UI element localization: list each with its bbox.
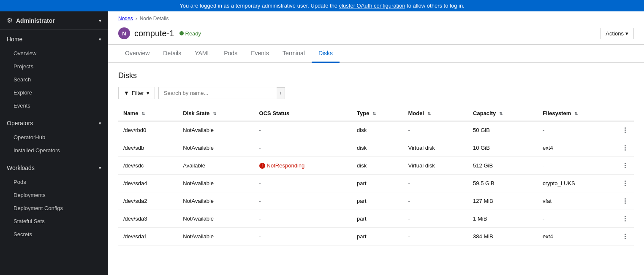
- row-actions-button[interactable]: [622, 162, 628, 169]
- ocs-status-text: -: [259, 145, 261, 151]
- operators-caret-icon: ▾: [99, 121, 101, 126]
- sidebar-section-workloads-header[interactable]: Workloads ▾: [0, 160, 108, 175]
- table-row: /dev/sda2 NotAvailable - part - 127 MiB …: [118, 192, 634, 210]
- sidebar-item-overview[interactable]: Overview: [0, 47, 108, 60]
- breadcrumb: Nodes › Node Details: [108, 11, 644, 24]
- cell-name: /dev/sda3: [118, 210, 178, 228]
- banner-link[interactable]: cluster OAuth configuration: [339, 3, 405, 9]
- ocs-status-text: -: [259, 216, 261, 222]
- cell-row-actions: [617, 228, 634, 245]
- col-filesystem[interactable]: Filesystem ⇅: [538, 106, 617, 121]
- sort-type-icon: ⇅: [372, 111, 376, 116]
- cell-model: -: [403, 228, 468, 245]
- cell-type: part: [352, 228, 403, 245]
- actions-button[interactable]: Actions ▾: [600, 28, 634, 39]
- tab-overview[interactable]: Overview: [118, 45, 156, 63]
- actions-caret-icon: ▾: [625, 30, 628, 37]
- toolbar: ▼ Filter ▾ /: [118, 87, 634, 99]
- cell-ocs-status: -: [254, 228, 352, 245]
- cell-capacity: 127 MiB: [468, 192, 538, 210]
- col-ocs-status[interactable]: OCS Status: [254, 106, 352, 121]
- row-actions-button[interactable]: [622, 215, 628, 222]
- cell-type: disk: [352, 157, 403, 175]
- sidebar-item-events[interactable]: Events: [0, 99, 108, 112]
- col-disk-state[interactable]: Disk State ⇅: [178, 106, 254, 121]
- cell-disk-state: Available: [178, 157, 254, 175]
- sidebar-item-operatorhub[interactable]: OperatorHub: [0, 131, 108, 144]
- sidebar-section-operators-header[interactable]: Operators ▾: [0, 116, 108, 131]
- cell-filesystem: ext4: [538, 228, 617, 245]
- sidebar-item-explore[interactable]: Explore: [0, 86, 108, 99]
- ocs-status-text: -: [259, 127, 261, 133]
- breadcrumb-parent[interactable]: Nodes: [118, 16, 133, 22]
- sidebar-item-deployments[interactable]: Deployments: [0, 189, 108, 202]
- tab-terminal[interactable]: Terminal: [276, 45, 312, 63]
- cell-model: Virtual disk: [403, 157, 468, 175]
- kebab-icon: [625, 216, 626, 221]
- ocs-status-text: NotResponding: [267, 162, 305, 169]
- cell-disk-state: NotAvailable: [178, 192, 254, 210]
- row-actions-button[interactable]: [622, 127, 628, 134]
- cell-name: /dev/sdc: [118, 157, 178, 175]
- kebab-icon: [625, 181, 626, 186]
- col-name[interactable]: Name ⇅: [118, 106, 178, 121]
- col-model[interactable]: Model ⇅: [403, 106, 468, 121]
- ocs-status-text: -: [259, 233, 261, 240]
- cell-filesystem: ext4: [538, 139, 617, 157]
- cell-ocs-status: -: [254, 121, 352, 139]
- cell-capacity: 50 GiB: [468, 121, 538, 139]
- sidebar-section-home-header[interactable]: Home ▾: [0, 32, 108, 47]
- sidebar-item-stateful-sets[interactable]: Stateful Sets: [0, 215, 108, 228]
- sidebar-item-pods[interactable]: Pods: [0, 175, 108, 189]
- filter-button[interactable]: ▼ Filter ▾: [118, 87, 155, 99]
- cell-model: -: [403, 121, 468, 139]
- row-actions-button[interactable]: [622, 180, 628, 187]
- row-actions-button[interactable]: [622, 144, 628, 151]
- cell-model: Virtual disk: [403, 139, 468, 157]
- breadcrumb-current: Node Details: [140, 16, 169, 22]
- table-row: /dev/rbd0 NotAvailable - disk - 50 GiB -: [118, 121, 634, 139]
- kebab-icon: [625, 145, 626, 151]
- ocs-status-text: -: [259, 180, 261, 186]
- tab-pods[interactable]: Pods: [217, 45, 244, 63]
- filter-icon: ▼: [124, 90, 129, 96]
- col-type[interactable]: Type ⇅: [352, 106, 403, 121]
- table-row: /dev/sda4 NotAvailable - part - 59.5 GiB…: [118, 175, 634, 192]
- table-row: /dev/sdb NotAvailable - disk Virtual dis…: [118, 139, 634, 157]
- sidebar: ⚙ Administrator ▾ Home ▾ Overview Projec…: [0, 11, 108, 275]
- row-actions-button[interactable]: [622, 197, 628, 205]
- node-icon: N: [118, 27, 130, 39]
- tab-yaml[interactable]: YAML: [188, 45, 217, 63]
- cell-disk-state: NotAvailable: [178, 175, 254, 192]
- sidebar-item-deployment-configs[interactable]: Deployment Configs: [0, 202, 108, 215]
- cell-capacity: 384 MiB: [468, 228, 538, 245]
- cell-ocs-status: -: [254, 139, 352, 157]
- cell-type: part: [352, 192, 403, 210]
- table-body: /dev/rbd0 NotAvailable - disk - 50 GiB -…: [118, 121, 634, 245]
- search-input[interactable]: [158, 87, 277, 99]
- cell-type: part: [352, 175, 403, 192]
- col-actions-header: [617, 106, 634, 121]
- cell-name: /dev/rbd0: [118, 121, 178, 139]
- main-content: Nodes › Node Details N compute-1 ✓ Ready…: [108, 11, 644, 275]
- workloads-label: Workloads: [7, 164, 35, 171]
- cell-disk-state: NotAvailable: [178, 121, 254, 139]
- cell-disk-state: NotAvailable: [178, 228, 254, 245]
- sidebar-section-operators: Operators ▾ OperatorHub Installed Operat…: [0, 114, 108, 159]
- tab-details[interactable]: Details: [156, 45, 188, 63]
- row-actions-button[interactable]: [622, 233, 628, 240]
- sidebar-item-search[interactable]: Search: [0, 73, 108, 86]
- cell-model: -: [403, 175, 468, 192]
- tab-disks[interactable]: Disks: [312, 45, 340, 63]
- home-label: Home: [7, 36, 22, 43]
- ocs-status-text: -: [259, 198, 261, 204]
- col-capacity[interactable]: Capacity ⇅: [468, 106, 538, 121]
- kebab-icon: [625, 163, 626, 168]
- tab-events[interactable]: Events: [244, 45, 276, 63]
- sidebar-item-installed-operators[interactable]: Installed Operators: [0, 144, 108, 157]
- status-dot: ✓: [179, 31, 184, 35]
- sidebar-item-projects[interactable]: Projects: [0, 60, 108, 73]
- table-row: /dev/sda1 NotAvailable - part - 384 MiB …: [118, 228, 634, 245]
- sidebar-brand[interactable]: ⚙ Administrator ▾: [0, 11, 108, 30]
- sidebar-item-secrets[interactable]: Secrets: [0, 228, 108, 241]
